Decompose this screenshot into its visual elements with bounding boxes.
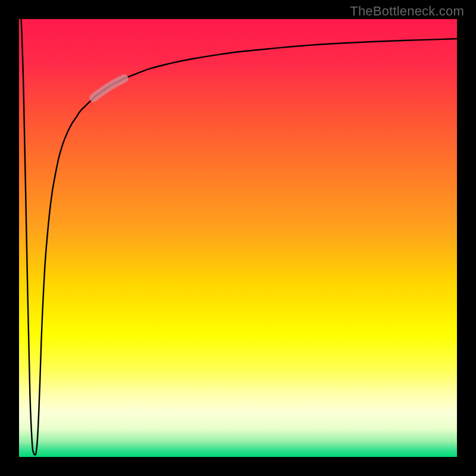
chart-svg: [19, 19, 457, 457]
plot-area: [19, 19, 457, 457]
gradient-background: [19, 19, 457, 457]
chart-frame: TheBottleneck.com: [0, 0, 476, 476]
watermark-text: TheBottleneck.com: [350, 4, 464, 19]
